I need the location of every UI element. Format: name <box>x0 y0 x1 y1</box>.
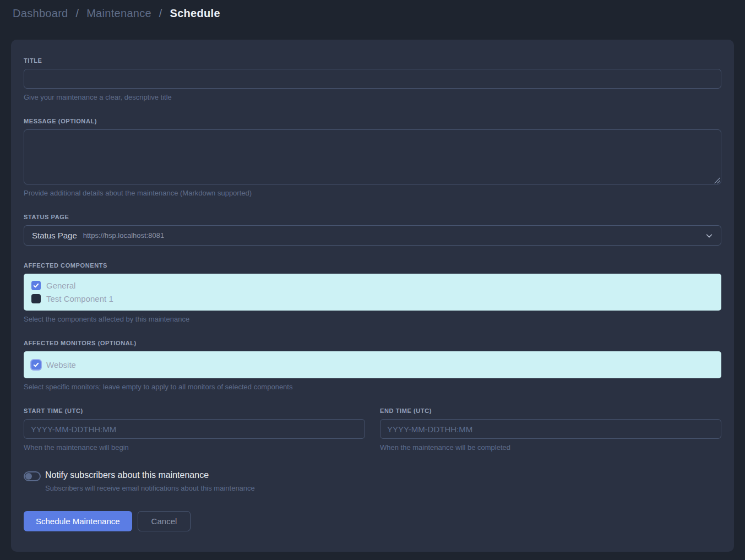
affected-components-panel: General Test Component 1 <box>24 274 721 311</box>
message-textarea[interactable] <box>24 129 721 184</box>
title-input[interactable] <box>24 69 721 89</box>
schedule-maintenance-button[interactable]: Schedule Maintenance <box>24 511 132 531</box>
affected-monitors-panel: Website <box>24 351 721 378</box>
start-time-helper: When the maintenance will begin <box>24 443 365 452</box>
status-page-selected-name: Status Page <box>32 231 77 240</box>
start-time-input[interactable] <box>24 419 365 439</box>
affected-monitors-label: AFFECTED MONITORS (OPTIONAL) <box>24 340 721 346</box>
start-time-field-group: START TIME (UTC) When the maintenance wi… <box>24 407 365 452</box>
form-actions: Schedule Maintenance Cancel <box>24 511 721 531</box>
notify-subscribers-toggle[interactable] <box>24 471 41 481</box>
notify-toggle-label: Notify subscribers about this maintenanc… <box>45 470 255 480</box>
checkbox-general[interactable] <box>31 281 41 290</box>
component-option-test-component-1[interactable]: Test Component 1 <box>31 294 714 303</box>
component-option-general[interactable]: General <box>31 281 714 290</box>
cancel-button[interactable]: Cancel <box>138 511 191 531</box>
checkmark-icon <box>33 362 39 368</box>
message-field-group: MESSAGE (OPTIONAL) Provide additional de… <box>24 118 721 197</box>
checkmark-icon <box>33 282 39 289</box>
time-fields-row: START TIME (UTC) When the maintenance wi… <box>24 407 721 452</box>
title-helper: Give your maintenance a clear, descripti… <box>24 93 721 101</box>
title-field-group: TITLE Give your maintenance a clear, des… <box>24 57 721 101</box>
message-helper: Provide additional details about the mai… <box>24 189 721 197</box>
status-page-select[interactable]: Status Page https://hsp.localhost:8081 <box>24 225 721 246</box>
affected-monitors-field-group: AFFECTED MONITORS (OPTIONAL) Website Sel… <box>24 340 721 391</box>
chevron-down-icon <box>705 232 713 240</box>
breadcrumb-separator: / <box>75 7 79 19</box>
end-time-label: END TIME (UTC) <box>380 407 721 414</box>
checkbox-website[interactable] <box>31 360 41 369</box>
breadcrumb-item-dashboard[interactable]: Dashboard <box>13 7 68 19</box>
component-option-label[interactable]: Test Component 1 <box>46 294 113 303</box>
monitor-option-label[interactable]: Website <box>46 360 76 369</box>
top-bar: Dashboard / Maintenance / Schedule <box>0 0 745 26</box>
schedule-maintenance-card: TITLE Give your maintenance a clear, des… <box>11 40 734 552</box>
status-page-label: STATUS PAGE <box>24 214 721 220</box>
end-time-input[interactable] <box>380 419 721 439</box>
toggle-knob <box>25 473 32 480</box>
monitor-option-website[interactable]: Website <box>31 360 714 369</box>
affected-components-field-group: AFFECTED COMPONENTS General Test Compone… <box>24 262 721 323</box>
notify-toggle-section: Notify subscribers about this maintenanc… <box>24 470 721 492</box>
affected-components-helper: Select the components affected by this m… <box>24 315 721 323</box>
affected-components-label: AFFECTED COMPONENTS <box>24 262 721 269</box>
message-label: MESSAGE (OPTIONAL) <box>24 118 721 124</box>
start-time-label: START TIME (UTC) <box>24 407 365 414</box>
checkbox-test-component-1[interactable] <box>31 294 41 303</box>
status-page-selected-url: https://hsp.localhost:8081 <box>83 231 164 240</box>
breadcrumb-separator: / <box>159 7 162 19</box>
breadcrumb-current-schedule: Schedule <box>170 7 220 19</box>
title-label: TITLE <box>24 57 721 64</box>
notify-toggle-helper: Subscribers will receive email notificat… <box>45 484 255 492</box>
breadcrumb: Dashboard / Maintenance / Schedule <box>13 7 220 20</box>
breadcrumb-item-maintenance[interactable]: Maintenance <box>86 7 151 19</box>
component-option-label[interactable]: General <box>46 281 75 290</box>
end-time-helper: When the maintenance will be completed <box>380 443 721 452</box>
status-page-field-group: STATUS PAGE Status Page https://hsp.loca… <box>24 214 721 246</box>
affected-monitors-helper: Select specific monitors; leave empty to… <box>24 383 721 391</box>
end-time-field-group: END TIME (UTC) When the maintenance will… <box>380 407 721 452</box>
